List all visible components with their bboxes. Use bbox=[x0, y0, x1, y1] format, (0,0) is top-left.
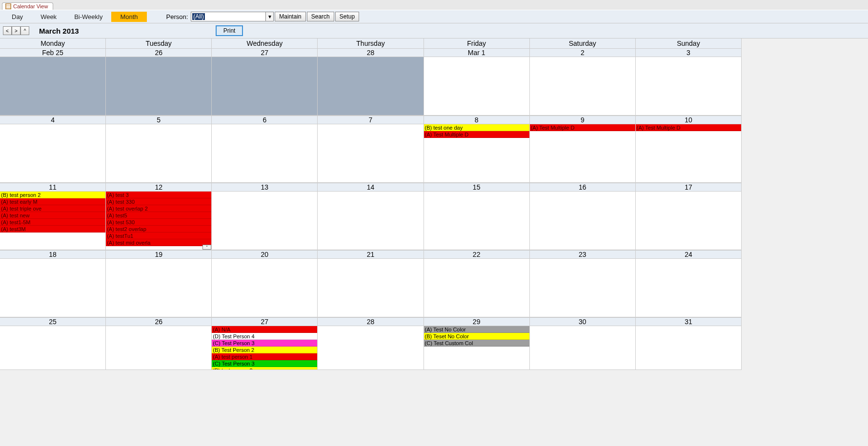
view-btn-week[interactable]: Week bbox=[32, 12, 65, 22]
nav-next-button[interactable]: > bbox=[12, 26, 20, 35]
day-cell[interactable] bbox=[636, 259, 742, 317]
date-cell[interactable]: 2 bbox=[530, 49, 636, 57]
date-cell[interactable]: 4 bbox=[0, 116, 106, 124]
calendar-event[interactable]: (A) test person 1 bbox=[212, 353, 317, 360]
day-cell[interactable] bbox=[106, 259, 212, 317]
calendar-event[interactable]: (B) test person 2 bbox=[0, 192, 105, 198]
day-cell[interactable] bbox=[106, 124, 212, 182]
date-cell[interactable]: 12 bbox=[106, 183, 212, 191]
calendar-event[interactable]: (A) test2 overlap bbox=[106, 226, 211, 233]
day-cell[interactable]: (A) Test Multiple D bbox=[636, 124, 742, 182]
view-btn-bi-weekly[interactable]: Bi-Weekly bbox=[65, 12, 111, 22]
day-cell[interactable] bbox=[318, 57, 424, 115]
calendar-event[interactable]: (A) test early M bbox=[0, 198, 105, 205]
day-cell[interactable] bbox=[0, 326, 106, 369]
calendar-event[interactable]: (A) test triple ove bbox=[0, 205, 105, 212]
calendar-event[interactable]: (A) Test Multiple D bbox=[424, 131, 529, 138]
date-cell[interactable]: 19 bbox=[106, 251, 212, 258]
day-cell[interactable] bbox=[106, 326, 212, 369]
date-cell[interactable]: 3 bbox=[636, 49, 742, 57]
date-cell[interactable]: 10 bbox=[636, 116, 742, 124]
date-cell[interactable]: 29 bbox=[424, 318, 530, 326]
date-cell[interactable]: 16 bbox=[530, 183, 636, 191]
calendar-event[interactable]: (A) test overlap 2 bbox=[106, 205, 211, 212]
day-cell[interactable] bbox=[530, 192, 636, 250]
date-cell[interactable]: 28 bbox=[318, 49, 424, 57]
day-cell[interactable] bbox=[424, 192, 530, 250]
date-cell[interactable]: 8 bbox=[424, 116, 530, 124]
day-cell[interactable] bbox=[424, 57, 530, 115]
day-cell[interactable] bbox=[0, 259, 106, 317]
day-cell[interactable] bbox=[318, 259, 424, 317]
day-cell[interactable]: (A) Test Multiple D bbox=[530, 124, 636, 182]
view-btn-month[interactable]: Month bbox=[111, 12, 146, 22]
day-cell[interactable] bbox=[318, 124, 424, 182]
maintain-button[interactable]: Maintain bbox=[275, 12, 305, 21]
calendar-event[interactable]: (B) test person 2 bbox=[212, 367, 317, 369]
day-cell[interactable] bbox=[0, 57, 106, 115]
date-cell[interactable]: 6 bbox=[212, 116, 318, 124]
date-cell[interactable]: 25 bbox=[0, 318, 106, 326]
date-cell[interactable]: Feb 25 bbox=[0, 49, 106, 57]
date-cell[interactable]: 14 bbox=[318, 183, 424, 191]
date-cell[interactable]: 9 bbox=[530, 116, 636, 124]
calendar-event[interactable]: (A) test mid overla bbox=[106, 239, 211, 246]
nav-up-button[interactable]: ^ bbox=[20, 26, 29, 35]
day-cell[interactable] bbox=[636, 57, 742, 115]
calendar-event[interactable]: (A) test new bbox=[0, 212, 105, 219]
calendar-event[interactable]: (B) test one day bbox=[424, 124, 529, 131]
date-cell[interactable]: 24 bbox=[636, 251, 742, 258]
tab-calendar-view[interactable]: Calendar View bbox=[2, 2, 53, 10]
day-cell[interactable] bbox=[530, 57, 636, 115]
date-cell[interactable]: 22 bbox=[424, 251, 530, 258]
day-cell[interactable] bbox=[212, 124, 318, 182]
calendar-event[interactable]: (A) testTu1 bbox=[106, 233, 211, 239]
day-cell[interactable] bbox=[106, 57, 212, 115]
calendar-event[interactable]: (B) Teset No Color bbox=[424, 333, 529, 340]
day-cell[interactable]: (A) test 3(A) test 330(A) test overlap 2… bbox=[106, 192, 212, 250]
calendar-event[interactable]: (C) Test Person 3 bbox=[212, 360, 317, 367]
date-cell[interactable]: 18 bbox=[0, 251, 106, 258]
person-dropdown[interactable]: (All) ▾ bbox=[191, 12, 274, 21]
calendar-event[interactable]: (A) test3M bbox=[0, 226, 105, 233]
calendar-event[interactable]: (A) test5 bbox=[106, 212, 211, 219]
calendar-event[interactable]: (B) Test Person 2 bbox=[212, 347, 317, 353]
day-cell[interactable]: (A) Test No Color(B) Teset No Color(C) T… bbox=[424, 326, 530, 369]
date-cell[interactable]: 15 bbox=[424, 183, 530, 191]
day-cell[interactable] bbox=[424, 259, 530, 317]
date-cell[interactable]: 28 bbox=[318, 318, 424, 326]
date-cell[interactable]: 30 bbox=[530, 318, 636, 326]
day-cell[interactable] bbox=[212, 57, 318, 115]
day-cell[interactable] bbox=[636, 326, 742, 369]
date-cell[interactable]: 11 bbox=[0, 183, 106, 191]
date-cell[interactable]: 13 bbox=[212, 183, 318, 191]
date-cell[interactable]: 20 bbox=[212, 251, 318, 258]
date-cell[interactable]: 21 bbox=[318, 251, 424, 258]
date-cell[interactable]: 27 bbox=[212, 318, 318, 326]
date-cell[interactable]: Mar 1 bbox=[424, 49, 530, 57]
calendar-event[interactable]: (A) Test Multiple D bbox=[530, 124, 635, 131]
day-cell[interactable] bbox=[0, 124, 106, 182]
day-cell[interactable] bbox=[318, 326, 424, 369]
date-cell[interactable]: 17 bbox=[636, 183, 742, 191]
calendar-event[interactable]: (A) test 530 bbox=[106, 219, 211, 226]
search-button[interactable]: Search bbox=[307, 12, 334, 21]
date-cell[interactable]: 23 bbox=[530, 251, 636, 258]
day-cell[interactable] bbox=[212, 192, 318, 250]
calendar-event[interactable]: (C) Test Custom Col bbox=[424, 340, 529, 347]
date-cell[interactable]: 7 bbox=[318, 116, 424, 124]
day-cell[interactable] bbox=[318, 192, 424, 250]
day-cell[interactable] bbox=[530, 259, 636, 317]
day-cell[interactable] bbox=[636, 192, 742, 250]
day-cell[interactable] bbox=[212, 259, 318, 317]
calendar-event[interactable]: (A) N/A bbox=[212, 326, 317, 333]
calendar-event[interactable]: (A) Test Multiple D bbox=[636, 124, 741, 131]
calendar-event[interactable]: (A) test 3 bbox=[106, 192, 211, 198]
setup-button[interactable]: Setup bbox=[335, 12, 359, 21]
calendar-event[interactable]: (A) Test No Color bbox=[424, 326, 529, 333]
nav-prev-button[interactable]: < bbox=[3, 26, 12, 35]
date-cell[interactable]: 31 bbox=[636, 318, 742, 326]
date-cell[interactable]: 5 bbox=[106, 116, 212, 124]
more-events-icon[interactable]: ˄ bbox=[202, 245, 211, 250]
calendar-event[interactable]: (D) Test Person 4 bbox=[212, 333, 317, 340]
